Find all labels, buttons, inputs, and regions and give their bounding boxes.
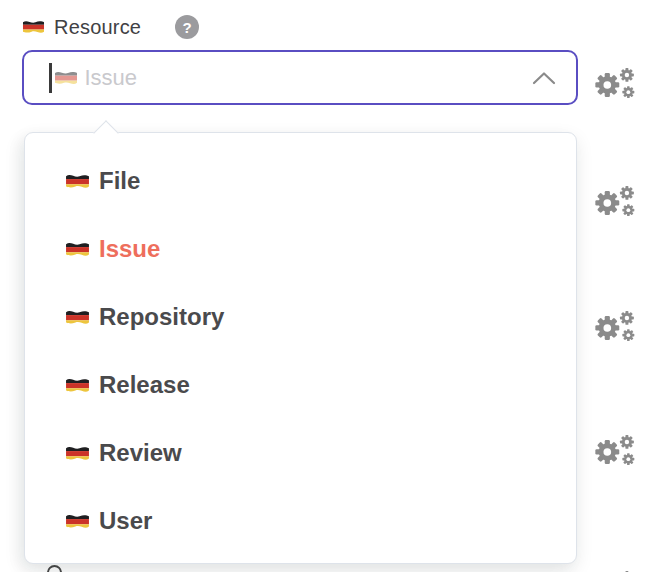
option-label: Review (99, 439, 182, 467)
resource-dropdown-menu: File Issue Repository Release Review Use (24, 132, 577, 564)
option-review[interactable]: Review (65, 419, 576, 487)
option-label: User (99, 507, 152, 535)
germany-flag-icon (65, 512, 90, 531)
settings-gears-icon[interactable] (592, 431, 636, 471)
occluded-circle-glyph (47, 565, 62, 572)
settings-gears-icon[interactable] (592, 182, 636, 222)
option-repository[interactable]: Repository (65, 283, 576, 351)
chevron-up-icon[interactable] (531, 71, 557, 85)
field-label: Resource (54, 16, 141, 39)
option-release[interactable]: Release (65, 351, 576, 419)
settings-gears-icon[interactable] (592, 307, 636, 347)
germany-flag-icon (54, 69, 78, 87)
germany-flag-icon (22, 18, 45, 36)
germany-flag-icon (65, 376, 90, 395)
dropdown-options-list: File Issue Repository Release Review Use (25, 133, 576, 555)
option-label: Issue (99, 235, 160, 263)
option-label: Release (99, 371, 190, 399)
option-issue[interactable]: Issue (65, 215, 576, 283)
resource-selector-screen: Resource ? Issue File (0, 0, 650, 572)
option-label: Repository (99, 303, 224, 331)
resource-combobox[interactable]: Issue (22, 50, 578, 105)
option-user[interactable]: User (65, 487, 576, 555)
settings-gears-icon[interactable] (592, 64, 636, 104)
option-label: File (99, 167, 140, 195)
combobox-placeholder: Issue (85, 65, 138, 91)
germany-flag-icon (65, 308, 90, 327)
text-caret (49, 63, 52, 93)
help-icon[interactable]: ? (175, 15, 199, 39)
germany-flag-icon (65, 240, 90, 259)
germany-flag-icon (65, 172, 90, 191)
option-file[interactable]: File (65, 147, 576, 215)
settings-gears-icon[interactable] (592, 567, 636, 572)
resource-field-label-row: Resource ? (22, 15, 199, 39)
germany-flag-icon (65, 444, 90, 463)
